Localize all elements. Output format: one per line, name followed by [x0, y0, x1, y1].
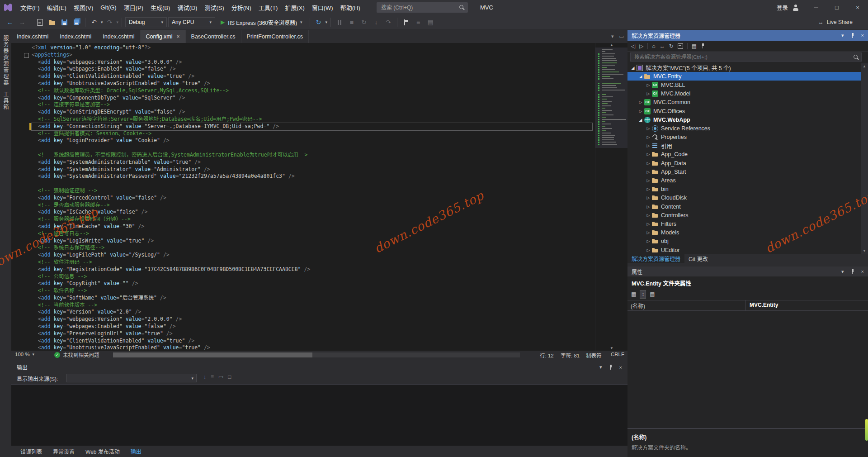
se-forward-icon[interactable]: ▷	[639, 43, 643, 49]
code-line[interactable]: <add key="ComponentDbType" value="SqlSer…	[32, 95, 592, 102]
restore-button[interactable]: □	[826, 0, 847, 15]
code-line[interactable]: <add key="RegistrationCode" value="17C42…	[32, 266, 592, 273]
menu-item[interactable]: 窗口(W)	[308, 0, 337, 15]
undo-dropdown-icon[interactable]: ▾	[101, 20, 103, 24]
bottom-panel-tab[interactable]: 输出	[126, 446, 146, 457]
tab-close-icon[interactable]: ×	[177, 33, 180, 40]
collapsed-arrow-icon[interactable]: ▷	[645, 248, 652, 252]
menu-item[interactable]: 调试(D)	[174, 0, 201, 15]
goto-message-icon[interactable]: ↓	[203, 374, 206, 380]
tree-item[interactable]: ▷App_Code	[627, 150, 861, 159]
menu-item[interactable]: 生成(B)	[147, 0, 174, 15]
properties-header[interactable]: 属性 ▾ ×	[627, 267, 868, 276]
code-line[interactable]	[32, 180, 592, 187]
collapsed-arrow-icon[interactable]: ▷	[645, 213, 652, 218]
output-content[interactable]	[11, 384, 627, 446]
sign-in-button[interactable]: 登录	[777, 0, 799, 15]
document-tab[interactable]: PrintFormController.cs	[241, 30, 309, 43]
tree-item[interactable]: ▷MVC.Common	[627, 98, 861, 107]
tree-item[interactable]: ▷MVC.BLL	[627, 81, 861, 89]
close-button[interactable]: ×	[847, 0, 868, 15]
break-all-icon[interactable]	[334, 17, 345, 28]
restart-icon[interactable]: ↻	[359, 17, 369, 28]
search-icon[interactable]	[853, 54, 859, 60]
bookmark-icon[interactable]	[401, 17, 411, 28]
bottom-panel-tab[interactable]: 异常设置	[48, 446, 79, 457]
document-tab[interactable]: BaseController.cs	[186, 30, 241, 43]
se-refresh-icon[interactable]: ↻	[669, 43, 674, 49]
expanded-arrow-icon[interactable]: ◢	[637, 74, 644, 79]
expanded-arrow-icon[interactable]: ◢	[637, 118, 644, 122]
code-line[interactable]: <add key="webpages:Enabled" value="false…	[32, 66, 592, 73]
menu-item[interactable]: 编辑(E)	[43, 0, 70, 15]
live-share-button[interactable]: ↔ Live Share	[818, 19, 853, 25]
alphabetical-sort-icon[interactable]: ↕	[640, 290, 646, 299]
code-line[interactable]: <add key="TimeCache" value="30" />	[32, 223, 592, 230]
scroll-up-icon[interactable]: ▲	[861, 64, 868, 68]
tree-item[interactable]: ◢解决方案"MVC"(5 个项目, 共 5 个)	[627, 63, 861, 72]
hot-reload-icon[interactable]: ↻	[313, 17, 324, 28]
tree-item[interactable]: ▷引用	[627, 142, 861, 150]
float-window-icon[interactable]: ▭	[619, 33, 624, 39]
collapsed-arrow-icon[interactable]: ▷	[645, 152, 652, 157]
code-line[interactable]: <add key="LoginProvider" value="Cookie" …	[32, 137, 592, 144]
se-show-all-files-icon[interactable]: ▤	[692, 43, 697, 49]
scrollbar-thumb[interactable]	[113, 352, 312, 357]
code-line[interactable]: <add key="SystemAdministrator" value="Ad…	[32, 166, 592, 173]
pin-icon[interactable]	[850, 269, 855, 274]
code-line[interactable]: <add key="ForcedControl" value="false" /…	[32, 195, 592, 202]
se-home-icon[interactable]: ⌂	[652, 43, 655, 49]
tree-item[interactable]: ▷Properties	[627, 133, 861, 142]
tool-window-tab[interactable]: Git 更改	[684, 254, 712, 263]
code-line[interactable]: <add key="PreserveLoginUrl" value="true"…	[32, 330, 592, 338]
toolbox-tab[interactable]: 工具箱	[2, 91, 9, 110]
menu-item[interactable]: 分析(N)	[228, 0, 255, 15]
document-tab[interactable]: Index.cshtml	[97, 30, 140, 43]
new-file-icon[interactable]	[34, 17, 45, 28]
step-over-icon[interactable]: ↷	[383, 17, 394, 28]
properties-object-combo[interactable]: MVC.Entity 文件夹属性	[627, 277, 868, 288]
tree-item[interactable]: ◢MVC.WebApp	[627, 115, 861, 124]
tree-item[interactable]: ▷Filters	[627, 219, 861, 228]
tree-item[interactable]: ▷Controllers	[627, 211, 861, 219]
clear-output-icon[interactable]: ▭	[218, 374, 223, 380]
se-switch-views-icon[interactable]: ↔	[660, 43, 665, 49]
code-line[interactable]: <add key="ConnectionString" value="Serve…	[32, 123, 592, 130]
tree-item[interactable]: ◢MVC.Entity	[627, 72, 861, 81]
open-file-icon[interactable]	[47, 17, 57, 28]
tree-item[interactable]: ▷Service References	[627, 124, 861, 133]
zoom-control[interactable]: 100 % ▾	[15, 352, 34, 357]
se-pin-icon[interactable]	[701, 43, 705, 48]
menu-item[interactable]: 工具(T)	[255, 0, 282, 15]
close-icon[interactable]: ×	[861, 269, 864, 274]
property-pages-icon[interactable]: ▤	[650, 291, 655, 297]
navigate-forward-icon[interactable]: →	[17, 17, 28, 28]
code-line[interactable]: <add key="webpages:Version" value="3.0.0…	[32, 59, 592, 66]
code-line[interactable]: <add key="Version" value="2.0" />	[32, 309, 592, 316]
save-all-icon[interactable]	[71, 17, 82, 28]
collapsed-arrow-icon[interactable]: ▷	[645, 135, 652, 139]
window-menu-icon[interactable]: ▾	[599, 364, 602, 370]
solution-tree-scrollbar[interactable]: ▲ ▼	[861, 63, 868, 254]
code-line[interactable]: <add key="CopyRight" value="" />	[32, 280, 592, 287]
menu-item[interactable]: 测试(S)	[201, 0, 227, 15]
code-line[interactable]: <!-- SqlServer连接字符串:Server=服务器地址;Databas…	[32, 116, 592, 123]
pin-icon[interactable]	[609, 365, 613, 370]
collapsed-arrow-icon[interactable]: ▷	[637, 109, 644, 114]
zoom-dropdown-icon[interactable]: ▾	[33, 352, 35, 357]
tree-item[interactable]: ▷MVC.Offices	[627, 107, 861, 115]
tool-window-tab[interactable]: 解决方案资源管理器	[627, 254, 684, 263]
tab-list-dropdown-icon[interactable]: ▾	[611, 33, 614, 39]
code-line[interactable]: <add key="ConStringDESEncrypt" value="fa…	[32, 109, 592, 116]
code-line[interactable]: <appSettings>	[32, 52, 592, 59]
code-line[interactable]: <!-- 当前软件版本 -->	[32, 302, 592, 309]
solution-search-box[interactable]	[630, 52, 862, 62]
status-column-number[interactable]: 字符: 81	[561, 352, 580, 359]
collapsed-arrow-icon[interactable]: ▷	[645, 161, 652, 166]
collapsed-arrow-icon[interactable]: ▷	[645, 222, 652, 226]
code-line[interactable]: <add key="IsCache" value="false" />	[32, 209, 592, 216]
minimize-button[interactable]: ─	[806, 0, 826, 15]
tree-item[interactable]: ▷Models	[627, 228, 861, 237]
collapsed-arrow-icon[interactable]: ▷	[645, 143, 652, 148]
configuration-combo[interactable]: Debug ▾	[125, 17, 167, 27]
